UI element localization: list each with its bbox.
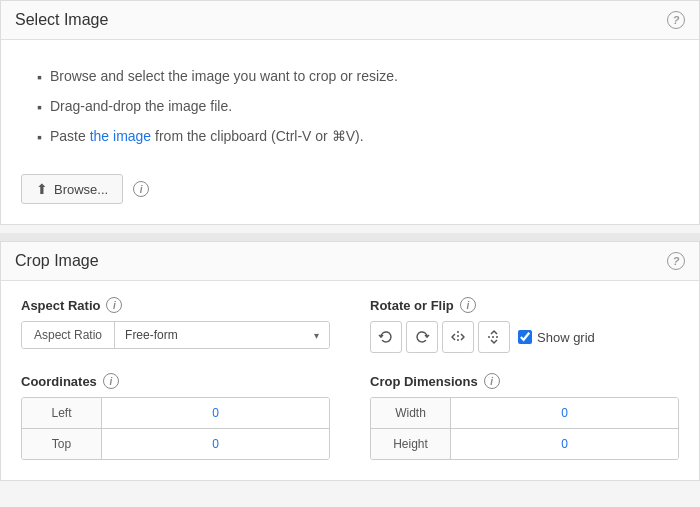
width-value: 0 (451, 398, 678, 428)
aspect-ratio-control[interactable]: Aspect Ratio Free-form ▾ (21, 321, 330, 349)
crop-image-section: Crop Image ? Aspect Ratio i Aspect Ratio… (0, 241, 700, 481)
browse-button-label: Browse... (54, 182, 108, 197)
coordinates-label-row: Coordinates i (21, 373, 330, 389)
crop-dimensions-info-icon[interactable]: i (484, 373, 500, 389)
table-row: Top 0 (22, 429, 329, 459)
show-grid-text: Show grid (537, 330, 595, 345)
select-image-title: Select Image (15, 11, 108, 29)
instruction-text-3: Paste the image from the clipboard (Ctrl… (50, 126, 364, 147)
crop-image-title: Crop Image (15, 252, 99, 270)
coordinates-info-icon[interactable]: i (103, 373, 119, 389)
list-item: Browse and select the image you want to … (37, 66, 663, 88)
list-item: Drag-and-drop the image file. (37, 96, 663, 118)
aspect-ratio-info-icon[interactable]: i (106, 297, 122, 313)
aspect-ratio-dropdown[interactable]: Free-form ▾ (115, 322, 329, 348)
flip-horizontal-button[interactable] (442, 321, 474, 353)
rotate-left-icon (378, 329, 394, 345)
rotate-flip-title: Rotate or Flip (370, 298, 454, 313)
crop-dimensions-title: Crop Dimensions (370, 374, 478, 389)
height-label: Height (371, 429, 451, 459)
crop-dimensions-group: Crop Dimensions i Width 0 Height 0 (370, 373, 679, 460)
table-row: Left 0 (22, 398, 329, 429)
crop-dimensions-label-row: Crop Dimensions i (370, 373, 679, 389)
rotate-left-button[interactable] (370, 321, 402, 353)
top-label: Top (22, 429, 102, 459)
rotate-right-icon (414, 329, 430, 345)
width-label: Width (371, 398, 451, 428)
rotate-controls: Show grid (370, 321, 679, 353)
select-image-help-icon[interactable]: ? (667, 11, 685, 29)
show-grid-label[interactable]: Show grid (518, 330, 595, 345)
coordinates-group: Coordinates i Left 0 Top 0 (21, 373, 330, 460)
crop-dimensions-table: Width 0 Height 0 (370, 397, 679, 460)
top-value: 0 (102, 429, 329, 459)
coordinates-table: Left 0 Top 0 (21, 397, 330, 460)
select-image-body: Browse and select the image you want to … (1, 40, 699, 224)
rotate-right-button[interactable] (406, 321, 438, 353)
browse-area: ⬆ Browse... i (21, 174, 679, 204)
show-grid-checkbox[interactable] (518, 330, 532, 344)
aspect-ratio-fixed-label: Aspect Ratio (22, 322, 115, 348)
coordinates-title: Coordinates (21, 374, 97, 389)
crop-image-header: Crop Image ? (1, 242, 699, 281)
select-image-header: Select Image ? (1, 1, 699, 40)
crop-image-body: Aspect Ratio i Aspect Ratio Free-form ▾ … (1, 281, 699, 480)
chevron-down-icon: ▾ (314, 330, 319, 341)
paste-link: the image (90, 128, 151, 144)
crop-image-help-icon[interactable]: ? (667, 252, 685, 270)
rotate-flip-info-icon[interactable]: i (460, 297, 476, 313)
section-divider (0, 233, 700, 241)
aspect-ratio-title: Aspect Ratio (21, 298, 100, 313)
browse-info-icon[interactable]: i (133, 181, 149, 197)
upload-icon: ⬆ (36, 181, 48, 197)
instruction-text-1: Browse and select the image you want to … (50, 66, 398, 87)
instructions-list: Browse and select the image you want to … (21, 56, 679, 166)
rotate-flip-label-row: Rotate or Flip i (370, 297, 679, 313)
left-label: Left (22, 398, 102, 428)
rotate-flip-group: Rotate or Flip i (370, 297, 679, 353)
aspect-ratio-label-row: Aspect Ratio i (21, 297, 330, 313)
left-value: 0 (102, 398, 329, 428)
list-item: Paste the image from the clipboard (Ctrl… (37, 126, 663, 148)
select-image-section: Select Image ? Browse and select the ima… (0, 0, 700, 225)
crop-grid: Aspect Ratio i Aspect Ratio Free-form ▾ … (21, 297, 679, 460)
table-row: Height 0 (371, 429, 678, 459)
aspect-ratio-value: Free-form (125, 328, 178, 342)
flip-vertical-button[interactable] (478, 321, 510, 353)
instruction-text-2: Drag-and-drop the image file. (50, 96, 232, 117)
aspect-ratio-group: Aspect Ratio i Aspect Ratio Free-form ▾ (21, 297, 330, 353)
flip-vertical-icon (486, 329, 502, 345)
height-value: 0 (451, 429, 678, 459)
flip-horizontal-icon (450, 329, 466, 345)
browse-button[interactable]: ⬆ Browse... (21, 174, 123, 204)
table-row: Width 0 (371, 398, 678, 429)
